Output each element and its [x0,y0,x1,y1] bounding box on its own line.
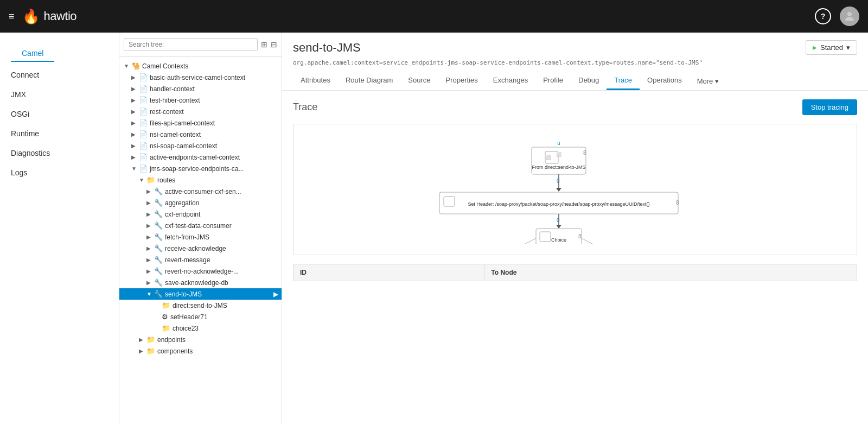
sidebar-item-runtime[interactable]: Runtime [0,124,119,143]
toggle-icon: ▶ [146,234,154,240]
sidebar-item-jmx[interactable]: JMX [0,85,119,104]
toggle-icon: ▶ [139,348,146,354]
node-label: Camel Contexts [142,62,188,70]
toggle-icon: ▼ [131,166,139,172]
tree-node-nsi-camel[interactable]: ▶ 📄 nsi-camel-context [119,129,282,140]
tab-operations[interactable]: Operations [640,72,690,90]
tree-node-direct-send[interactable]: 📁 direct:send-to-JMS [119,300,282,311]
sidebar-item-camel[interactable]: Camel [11,43,54,62]
tree-node-aggregation[interactable]: ▶ 🔧 aggregation [119,197,282,208]
tree-node-revert-message[interactable]: ▶ 🔧 revert-message [119,254,282,265]
context-icon: 📄 [139,142,148,150]
tab-source[interactable]: Source [400,72,438,90]
svg-rect-2 [532,147,586,174]
toggle-icon: ▶ [146,257,154,263]
tree-node-endpoints[interactable]: ▶ 📁 endpoints [119,334,282,345]
node-label: direct:send-to-JMS [173,302,227,309]
tab-attributes[interactable]: Attributes [293,72,338,90]
svg-text:Choice: Choice [551,237,566,243]
flame-icon: 🔥 [22,8,40,25]
topbar: ≡ 🔥 hawtio ? [0,0,868,33]
sidebar-item-diagnostics[interactable]: Diagnostics [0,143,119,163]
tree-node-components[interactable]: ▶ 📁 components [119,345,282,357]
stop-tracing-button[interactable]: Stop tracing [802,99,857,115]
tree-node-basic-auth[interactable]: ▶ 📄 basic-auth-service-camel-context [119,72,282,83]
svg-rect-20 [540,232,551,242]
endpoint-icon: 📁 [162,301,170,309]
tree-node-fetch-jms[interactable]: ▶ 🔧 fetch-from-JMS [119,231,282,243]
svg-text:u: u [557,140,560,146]
sidebar-item-logs[interactable]: Logs [0,163,119,182]
svg-text:8: 8 [676,200,679,206]
tab-more[interactable]: More ▾ [690,72,726,90]
tree-node-active-consumer[interactable]: ▶ 🔧 active-consumer-cxf-sen... [119,186,282,197]
table-header-id: ID [293,264,484,281]
tree-panel: ⊞ ⊟ ▼ 🐪 Camel Contexts ▶ 📄 basic-auth-se… [119,33,282,424]
tree-node-nsi-soap[interactable]: ▶ 📄 nsi-soap-camel-context [119,140,282,151]
avatar[interactable] [840,7,859,26]
help-icon[interactable]: ? [815,8,831,24]
toggle-icon: ▶ [131,86,139,92]
node-label: send-to-JMS [165,290,202,298]
tree-search-input[interactable] [124,38,258,51]
camel-icon: 🐪 [131,62,140,70]
node-label: choice23 [173,325,199,332]
tree-node-active-endpoints[interactable]: ▶ 📄 active-endpoints-camel-context [119,151,282,163]
tab-debug[interactable]: Debug [571,72,607,90]
tree-node-jms-soap[interactable]: ▼ 📄 jms-soap-service-endpoints-ca... [119,163,282,174]
trace-section-title: Trace [293,102,317,113]
tab-properties[interactable]: Properties [438,72,486,90]
tab-exchanges[interactable]: Exchanges [486,72,535,90]
tree-expand-icon[interactable]: ⊞ [261,40,267,49]
tree-node-camel-contexts[interactable]: ▼ 🐪 Camel Contexts [119,60,282,72]
choice-icon: 📁 [162,324,170,332]
node-label: active-endpoints-camel-context [150,154,240,161]
toggle-icon: ▼ [139,177,146,183]
context-icon: 📄 [139,119,148,127]
folder-icon: 📁 [146,336,155,344]
toggle-icon: ▶ [131,143,139,149]
tree-node-routes[interactable]: ▼ 📁 routes [119,174,282,186]
svg-text:⬜: ⬜ [545,154,552,161]
logo: 🔥 hawtio [22,8,77,25]
route-icon: 🔧 [154,233,163,241]
tree-collapse-icon[interactable]: ⊟ [271,40,277,49]
tab-route-diagram[interactable]: Route Diagram [338,72,400,90]
tree-node-save-ack[interactable]: ▶ 🔧 save-acknowledge-db [119,277,282,288]
node-label: cxf-endpoint [165,211,200,218]
tree-node-cxf-test-data[interactable]: ▶ 🔧 cxf-test-data-consumer [119,220,282,231]
tree-node-setheader71[interactable]: ⚙ setHeader71 [119,311,282,322]
tree-node-revert-no-ack[interactable]: ▶ 🔧 revert-no-acknowledge-... [119,265,282,277]
tab-profile[interactable]: Profile [535,72,571,90]
play-icon: ▶ [813,45,817,50]
tree-node-choice23[interactable]: 📁 choice23 [119,322,282,334]
tree-node-files-api[interactable]: ▶ 📄 files-api-camel-context [119,117,282,129]
tab-trace[interactable]: Trace [607,72,640,90]
content-body: Trace Stop tracing u ⬜ ⬜ 8 From direct:s… [282,91,868,424]
toggle-icon: ▶ [131,154,139,160]
started-button[interactable]: ▶ Started ▾ [806,40,857,55]
trace-header-row: Trace Stop tracing [293,99,857,115]
node-label: aggregation [165,199,199,207]
tree-node-handler[interactable]: ▶ 📄 handler-context [119,83,282,94]
toggle-icon: ▶ [146,268,154,274]
menu-icon[interactable]: ≡ [9,11,15,22]
started-label: Started [820,43,843,52]
route-icon: 🔧 [154,210,163,218]
sidebar: Camel Connect JMX OSGi Runtime Diagnosti… [0,33,119,424]
sidebar-item-osgi[interactable]: OSGi [0,104,119,124]
route-icon: 🔧 [154,267,163,275]
tree-node-receive-ack[interactable]: ▶ 🔧 receive-acknowledge [119,243,282,254]
toggle-icon: ▼ [146,291,154,297]
node-label: active-consumer-cxf-sen... [165,188,241,195]
route-icon: 🔧 [154,244,163,252]
tree-node-send-to-jms[interactable]: ▼ 🔧 send-to-JMS ▶ [119,288,282,300]
tree-node-cxf-endpoint[interactable]: ▶ 🔧 cxf-endpoint [119,208,282,220]
svg-text:⬜: ⬜ [556,151,561,157]
node-label: fetch-from-JMS [165,233,209,241]
tree-node-rest[interactable]: ▶ 📄 rest-context [119,106,282,117]
tab-bar: Attributes Route Diagram Source Properti… [293,72,857,90]
content-subtitle: org.apache.camel:context=service_endpoin… [293,59,857,66]
tree-node-test-hiber[interactable]: ▶ 📄 test-hiber-context [119,94,282,106]
sidebar-item-connect[interactable]: Connect [0,65,119,85]
